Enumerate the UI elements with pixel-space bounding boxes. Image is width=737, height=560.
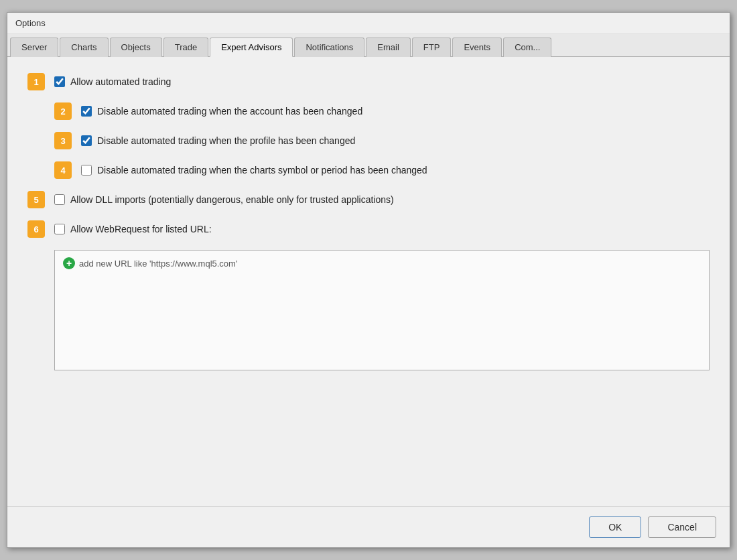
option-row-6: 6Allow WebRequest for listed URL: [27, 220, 710, 238]
option-text-disable-on-symbol-change: Disable automated trading when the chart… [97, 165, 427, 176]
option-label-disable-on-profile-change[interactable]: Disable automated trading when the profi… [81, 135, 355, 146]
badge-4: 4 [54, 161, 72, 179]
checkbox-allow-automated-trading[interactable] [54, 76, 65, 87]
option-text-disable-on-profile-change: Disable automated trading when the profi… [97, 135, 355, 146]
option-text-allow-web-request: Allow WebRequest for listed URL: [70, 224, 212, 234]
badge-3: 3 [54, 132, 72, 149]
tab-bar: ServerChartsObjectsTradeExpert AdvisorsN… [7, 34, 730, 57]
checkbox-allow-web-request[interactable] [54, 224, 65, 234]
tab-charts[interactable]: Charts [60, 38, 108, 57]
add-url-row: +add new URL like 'https://www.mql5.com' [63, 257, 701, 269]
tab-email[interactable]: Email [366, 38, 411, 57]
tab-expert-advisors[interactable]: Expert Advisors [210, 38, 293, 57]
tab-notifications[interactable]: Notifications [294, 38, 364, 57]
tab-server[interactable]: Server [10, 38, 58, 57]
option-row-5: 5Allow DLL imports (potentially dangerou… [27, 191, 710, 208]
badge-5: 5 [27, 191, 45, 208]
option-label-allow-dll-imports[interactable]: Allow DLL imports (potentially dangerous… [54, 194, 394, 205]
content-area: 1Allow automated trading2Disable automat… [7, 57, 730, 506]
footer: OK Cancel [7, 506, 730, 547]
badge-1: 1 [27, 73, 45, 90]
badge-6: 6 [27, 220, 45, 238]
option-row-2: 2Disable automated trading when the acco… [54, 102, 710, 120]
option-label-allow-web-request[interactable]: Allow WebRequest for listed URL: [54, 224, 212, 234]
add-url-placeholder: add new URL like 'https://www.mql5.com' [79, 259, 237, 269]
tab-events[interactable]: Events [452, 38, 502, 57]
add-url-icon[interactable]: + [63, 257, 75, 269]
tab-ftp[interactable]: FTP [412, 38, 452, 57]
tab-community[interactable]: Com... [503, 38, 551, 57]
checkbox-disable-on-account-change[interactable] [81, 106, 92, 117]
cancel-button[interactable]: Cancel [648, 516, 716, 538]
option-label-allow-automated-trading[interactable]: Allow automated trading [54, 76, 171, 87]
option-row-3: 3Disable automated trading when the prof… [54, 132, 710, 149]
checkbox-disable-on-profile-change[interactable] [81, 135, 92, 146]
option-label-disable-on-account-change[interactable]: Disable automated trading when the accou… [81, 106, 362, 117]
tab-objects[interactable]: Objects [110, 38, 162, 57]
option-text-allow-automated-trading: Allow automated trading [70, 76, 171, 87]
badge-2: 2 [54, 102, 72, 120]
checkbox-allow-dll-imports[interactable] [54, 194, 65, 205]
option-text-allow-dll-imports: Allow DLL imports (potentially dangerous… [70, 194, 394, 205]
url-list-box[interactable]: +add new URL like 'https://www.mql5.com' [54, 250, 710, 370]
title-text: Options [15, 18, 46, 28]
ok-button[interactable]: OK [589, 516, 641, 538]
option-label-disable-on-symbol-change[interactable]: Disable automated trading when the chart… [81, 165, 427, 176]
checkbox-disable-on-symbol-change[interactable] [81, 165, 92, 176]
option-row-1: 1Allow automated trading [27, 73, 710, 90]
option-text-disable-on-account-change: Disable automated trading when the accou… [97, 106, 362, 117]
option-row-4: 4Disable automated trading when the char… [54, 161, 710, 179]
tab-trade[interactable]: Trade [163, 38, 208, 57]
options-dialog: Options ServerChartsObjectsTradeExpert A… [7, 12, 730, 548]
title-bar: Options [7, 13, 730, 34]
